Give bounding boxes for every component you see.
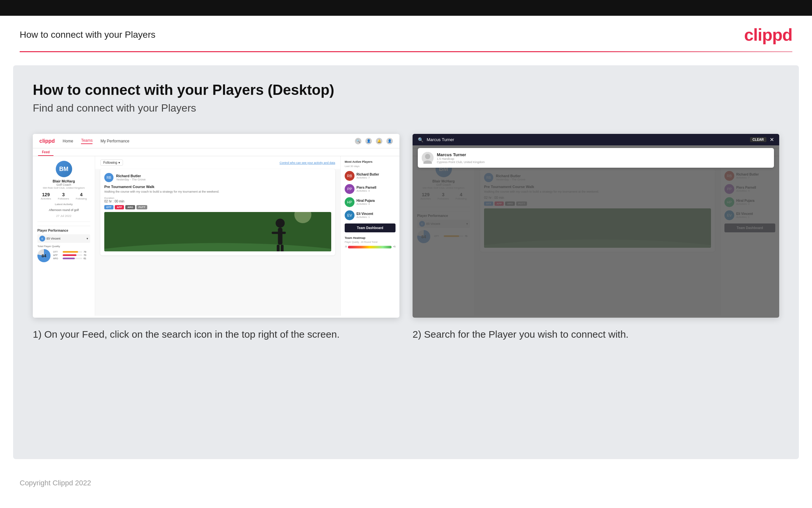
result-handicap-2: 1.5 Handicap (437, 157, 485, 161)
stats-row-1: 129 Activities 3 Followers 4 Following (37, 192, 90, 200)
screenshot-1: clippd Home Teams My Performance 🔍 👤 🔔 👤 (33, 134, 399, 318)
section-subtitle: Find and connect with your Players (33, 102, 779, 114)
app-nav-links-1: Home Teams My Performance (63, 138, 129, 144)
bar-app-1: APP 70 (53, 254, 90, 256)
player-info-hp-1: Hiral Pujara Activities: 3 (356, 199, 375, 205)
middle-panel-1: Following ▾ Control who can see your act… (95, 156, 340, 316)
screenshots-row: clippd Home Teams My Performance 🔍 👤 🔔 👤 (33, 134, 779, 341)
stat-following-1: 4 Following (76, 192, 87, 200)
quality-label-1: Total Player Quality (37, 245, 90, 248)
svg-point-9 (425, 154, 430, 159)
close-button-2[interactable]: ✕ (770, 136, 774, 143)
screenshot-2: clippd Home Teams My Performance 🔍 👤 🔔 👤 (413, 134, 779, 318)
profile-club-1: Mill Ride Golf Club, United Kingdom (37, 186, 90, 189)
player-name-rb-1: Richard Butler (356, 173, 379, 176)
heatmap-subtitle-1: Player Quality - 20 Round Trend (345, 241, 395, 243)
search-magnifier-icon-2: 🔍 (418, 137, 423, 142)
activity-card-1: RB Richard Butler Yesterday - The Grove … (100, 169, 335, 255)
team-heatmap-title-1: Team Heatmap (345, 236, 395, 240)
profile-role-1: Golf Coach (37, 183, 90, 186)
profile-name-1: Blair McHarg (37, 179, 90, 183)
activity-desc-1: Walking the course with my coach to buil… (104, 190, 331, 193)
caption-text-1: 1) On your Feed, click on the search ico… (33, 329, 340, 340)
player-performance-heading-1: Player Performance (37, 229, 90, 232)
copyright-text: Copyright Clippd 2022 (20, 479, 91, 487)
activity-image-1 (104, 212, 331, 251)
bell-icon-1[interactable]: 🔔 (376, 138, 382, 144)
app-logo-1: clippd (39, 138, 55, 144)
app-body-1: BM Blair McHarg Golf Coach Mill Ride Gol… (33, 156, 399, 316)
search-icon-1[interactable]: 🔍 (355, 138, 362, 144)
profile-section-1: BM Blair McHarg Golf Coach Mill Ride Gol… (37, 161, 90, 222)
dropdown-arrow-icon-1: ▾ (87, 237, 88, 240)
activity-user-avatar-1: RB (104, 173, 113, 182)
activity-tags-1: OTT APP ARG PUTT (104, 205, 331, 209)
stat-activities-1: 129 Activities (41, 192, 51, 200)
player-dropdown-name-1: Eli Vincent (47, 237, 60, 240)
player-item-3: HP Hiral Pujara Activities: 3 (345, 197, 395, 207)
player-avatar-ev-1: EV (345, 210, 354, 220)
svg-rect-4 (278, 228, 282, 245)
activity-user-info-1: Richard Butler Yesterday - The Grove (116, 174, 146, 181)
search-result-card-2[interactable]: Marcus Turner 1.5 Handicap Cypress Point… (418, 148, 774, 168)
stat-following-number-1: 4 (76, 192, 87, 197)
app-nav-icons-1: 🔍 👤 🔔 👤 (355, 138, 393, 144)
tag-arg-1: ARG (125, 205, 135, 209)
clear-button-2[interactable]: CLEAR (750, 137, 766, 142)
most-active-title-1: Most Active Players (345, 160, 395, 163)
stat-followers-1: 3 Followers (58, 192, 69, 200)
player-acts-ev-1: Activities: 1 (356, 216, 373, 219)
profile-avatar-1: BM (56, 161, 72, 177)
player-dropdown-1[interactable]: E Eli Vincent ▾ (37, 234, 90, 243)
latest-activity-date-1: 27 Jul 2022 (37, 214, 90, 218)
search-bar-2: 🔍 Marcus Turner CLEAR ✕ (413, 134, 779, 145)
activity-title-1: Pre Tournament Course Walk (104, 185, 331, 189)
right-panel-1: Most Active Players Last 30 days RB Rich… (340, 156, 399, 316)
following-label-1: Following (103, 161, 117, 164)
activity-userdate-1: Yesterday - The Grove (116, 178, 146, 181)
player-name-hp-1: Hiral Pujara (356, 199, 375, 203)
feed-tab-1[interactable]: Feed (38, 148, 53, 156)
app-nav-1: clippd Home Teams My Performance 🔍 👤 🔔 👤 (33, 134, 399, 148)
player-avatar-pp-1: PP (345, 184, 354, 194)
caption-text-2: 2) Search for the Player you wish to con… (413, 329, 629, 340)
result-club-2: Cypress Point Club, United Kingdom (437, 161, 485, 164)
duration-label-1: Duration (104, 197, 114, 200)
stat-following-label-1: Following (76, 197, 87, 200)
section-title: How to connect with your Players (Deskto… (33, 82, 779, 98)
result-name-2: Marcus Turner (437, 152, 485, 157)
top-bar (0, 0, 812, 16)
profile-icon-1[interactable]: 👤 (365, 138, 372, 144)
app-nav-left-1: clippd Home Teams My Performance (39, 138, 130, 144)
svg-point-3 (276, 219, 285, 228)
avatar-icon-1[interactable]: 👤 (386, 138, 393, 144)
main-content: How to connect with your Players (Deskto… (13, 65, 799, 459)
stat-followers-number-1: 3 (58, 192, 69, 197)
latest-label-1: Latest Activity (37, 203, 90, 206)
nav-link-teams-1[interactable]: Teams (81, 138, 93, 144)
stat-activities-number-1: 129 (41, 192, 51, 197)
player-info-rb-1: Richard Butler Activities: 7 (356, 173, 379, 179)
nav-link-performance-1[interactable]: My Performance (100, 139, 129, 143)
nav-link-home-1[interactable]: Home (63, 139, 73, 143)
player-acts-pp-1: Activities: 4 (356, 189, 377, 192)
stat-followers-label-1: Followers (58, 197, 69, 200)
caption-1: 1) On your Feed, click on the search ico… (33, 328, 399, 341)
duration-value-1: 02 hr : 00 min (104, 200, 124, 203)
player-item-1: RB Richard Butler Activities: 7 (345, 171, 395, 181)
tag-putt-1: PUTT (136, 205, 147, 209)
player-acts-hp-1: Activities: 3 (356, 203, 375, 205)
footer: Copyright Clippd 2022 (0, 472, 812, 494)
search-overlay-2: 🔍 Marcus Turner CLEAR ✕ (413, 134, 779, 318)
following-button-1[interactable]: Following ▾ (100, 160, 123, 166)
svg-rect-7 (281, 245, 284, 251)
control-link-1[interactable]: Control who can see your activity and da… (279, 161, 335, 164)
tag-app-1: APP (115, 205, 124, 209)
result-avatar-2 (422, 152, 434, 164)
stat-activities-label-1: Activities (41, 197, 51, 200)
team-dashboard-btn-1[interactable]: Team Dashboard (345, 223, 395, 232)
search-input-2[interactable]: Marcus Turner (427, 137, 747, 142)
screenshot-col-2: clippd Home Teams My Performance 🔍 👤 🔔 👤 (413, 134, 779, 341)
player-name-ev-1: Eli Vincent (356, 212, 373, 216)
feed-header-1: Following ▾ Control who can see your act… (95, 156, 340, 169)
